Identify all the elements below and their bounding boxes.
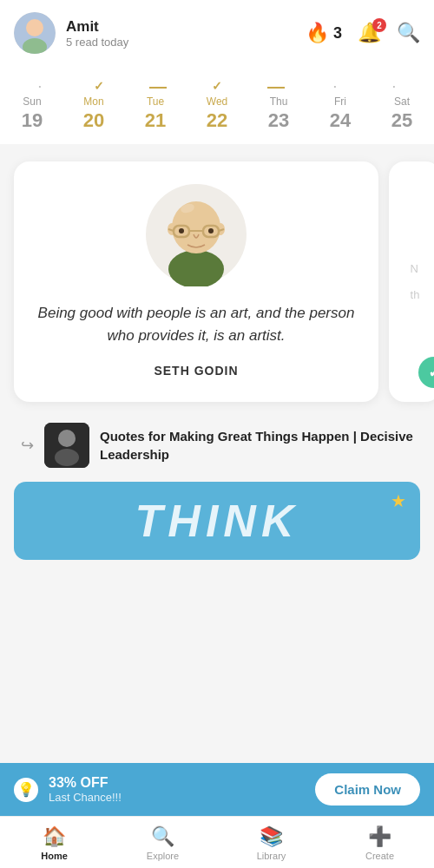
svg-point-6 [172,201,220,253]
avatar[interactable] [14,12,56,54]
header: Amit 5 read today 🔥 3 🔔 2 🔍 [0,0,434,66]
promo-discount: 33% OFF [49,775,305,791]
promo-text: 33% OFF Last Chance!!! [49,775,305,804]
notifications-button[interactable]: 🔔 2 [358,22,381,44]
svg-point-18 [58,430,76,447]
header-actions: 🔥 3 🔔 2 🔍 [306,22,420,44]
day-num-wed: 22 [207,109,227,132]
day-name-thu: Thu [270,95,288,108]
progress-dash-tue: — [149,78,167,94]
progress-dot-fri: • [334,78,337,94]
bottom-nav: 🏠 Home 🔍 Explore 📚 Library ➕ Create [0,816,434,868]
day-mon[interactable]: Mon 20 [63,95,125,132]
days-row: Sun 19 Mon 20 Tue 21 Wed 22 Thu 23 Fri 2… [0,95,434,132]
quote-text: Being good with people is an art, and th… [35,302,358,348]
user-name: Amit [66,18,128,36]
think-text: THINK [135,495,299,547]
day-name-fri: Fri [334,95,346,108]
home-icon: 🏠 [43,825,66,848]
star-icon: ★ [391,490,406,511]
day-thu[interactable]: Thu 23 [248,95,310,132]
day-num-sun: 19 [22,109,43,132]
day-name-wed: Wed [207,95,227,108]
progress-check-wed: ✓ [212,78,222,94]
day-num-mon: 20 [83,109,104,132]
progress-mon: ✓ [69,78,128,94]
source-info: Quotes for Making Great Things Happen | … [100,427,420,464]
day-wed[interactable]: Wed 22 [187,95,248,132]
progress-dot-sat: • [393,78,396,94]
nav-create[interactable]: ➕ Create [326,817,434,868]
quote-author: SETH GODIN [154,364,238,378]
svg-point-14 [179,228,184,233]
promo-bar: 💡 33% OFF Last Chance!!! Claim Now [0,763,434,816]
preview-text: Nth [411,262,420,301]
day-num-fri: 24 [330,109,351,132]
progress-dash-thu: — [267,78,285,94]
day-num-sat: 25 [391,109,412,132]
source-title: Quotes for Making Great Things Happen | … [100,427,420,464]
nav-home-label: Home [41,851,68,861]
progress-wed: ✓ [187,78,247,94]
source-thumbnail [44,423,89,468]
notif-badge: 2 [372,18,386,32]
progress-check-mon: ✓ [94,78,104,94]
nav-library-label: Library [257,851,286,861]
svg-point-5 [168,250,224,286]
explore-icon: 🔍 [151,825,174,848]
nav-home[interactable]: 🏠 Home [0,817,108,868]
library-icon: 📚 [260,825,283,848]
nav-library[interactable]: 📚 Library [217,817,326,868]
progress-sun: • [10,78,69,94]
card-section: Being good with people is an art, and th… [0,144,434,416]
day-name-tue: Tue [147,95,164,108]
next-card-preview: Nth ✓ [389,161,434,402]
think-banner[interactable]: THINK ★ [14,482,420,560]
progress-dot-sun: • [39,78,42,94]
svg-point-15 [208,228,214,233]
nav-explore-label: Explore [147,851,179,861]
progress-thu: — [247,78,306,94]
promo-icon: 💡 [14,778,38,802]
day-num-tue: 21 [145,109,166,132]
streak-container: 🔥 3 [306,22,342,44]
nav-create-label: Create [365,851,394,861]
source-arrow-icon: ↪ [21,436,34,455]
day-fri[interactable]: Fri 24 [310,95,372,132]
svg-point-1 [26,19,43,36]
read-count: 5 read today [66,36,128,49]
calendar-section: • ✓ — ✓ — • • Sun 19 Mon 20 Tue [0,66,434,144]
progress-tue: — [128,78,187,94]
author-avatar [144,182,248,286]
day-name-mon: Mon [83,95,103,108]
create-icon: ➕ [368,825,391,848]
day-sun[interactable]: Sun 19 [2,95,63,132]
streak-count: 3 [333,24,342,43]
claim-now-button[interactable]: Claim Now [315,773,420,806]
quote-card[interactable]: Being good with people is an art, and th… [14,161,378,402]
day-tue[interactable]: Tue 21 [125,95,187,132]
day-name-sat: Sat [394,95,410,108]
source-row[interactable]: ↪ Quotes for Making Great Things Happen … [0,416,434,482]
completed-check-icon: ✓ [418,357,434,388]
user-info: Amit 5 read today [66,18,128,49]
progress-row: • ✓ — ✓ — • • [0,73,434,95]
progress-fri: • [306,78,365,94]
day-sat[interactable]: Sat 25 [372,95,433,132]
search-icon[interactable]: 🔍 [397,22,420,44]
day-name-sun: Sun [23,95,41,108]
day-num-thu: 23 [268,109,289,132]
progress-sat: • [365,78,424,94]
flame-icon: 🔥 [306,22,329,44]
nav-explore[interactable]: 🔍 Explore [108,817,217,868]
svg-point-19 [55,449,79,466]
promo-subtitle: Last Chance!!! [49,791,305,804]
